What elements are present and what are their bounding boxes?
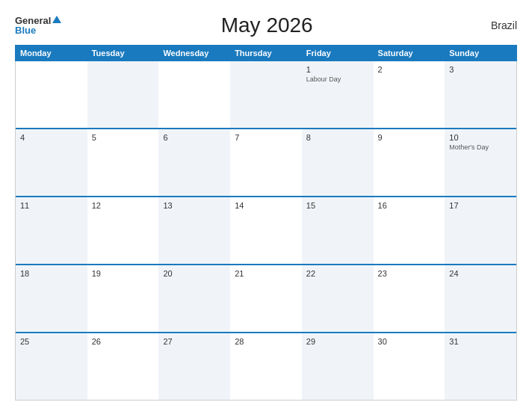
col-tuesday: Tuesday xyxy=(87,46,159,61)
calendar-header-row: Monday Tuesday Wednesday Thursday Friday… xyxy=(15,45,517,61)
day-24: 24 xyxy=(449,269,512,278)
day-27: 27 xyxy=(163,337,226,346)
week1-thu xyxy=(230,61,302,128)
day-8: 8 xyxy=(306,133,369,142)
calendar-page: General Blue May 2026 Brazil Monday Tues… xyxy=(0,0,532,411)
day-26: 26 xyxy=(92,337,155,346)
week2-sat: 9 xyxy=(374,129,445,196)
week3-wed: 13 xyxy=(158,197,230,264)
col-monday: Monday xyxy=(16,46,87,61)
calendar-title: May 2026 xyxy=(61,13,472,37)
day-5: 5 xyxy=(92,133,155,142)
week1-wed xyxy=(158,61,230,128)
week-3: 11 12 13 14 15 16 17 xyxy=(16,196,516,264)
logo: General Blue xyxy=(15,16,61,35)
calendar-body: 1 Labour Day 2 3 4 5 6 xyxy=(15,61,517,401)
day-1: 1 xyxy=(306,65,369,74)
day-12: 12 xyxy=(92,201,155,210)
week3-sun: 17 xyxy=(445,197,516,264)
week-1: 1 Labour Day 2 3 xyxy=(16,61,516,128)
logo-blue: Blue xyxy=(15,25,36,35)
col-thursday: Thursday xyxy=(230,46,302,61)
holiday-labour-day: Labour Day xyxy=(306,75,369,84)
week4-mon: 18 xyxy=(16,265,87,332)
calendar: Monday Tuesday Wednesday Thursday Friday… xyxy=(15,45,517,401)
week4-tue: 19 xyxy=(87,265,159,332)
day-20: 20 xyxy=(163,269,226,278)
day-31: 31 xyxy=(449,337,512,346)
week2-sun: 10 Mother's Day xyxy=(445,129,516,196)
day-2: 2 xyxy=(378,65,441,74)
week5-mon: 25 xyxy=(16,333,87,400)
week3-thu: 14 xyxy=(230,197,302,264)
week-4: 18 19 20 21 22 23 24 xyxy=(16,264,516,332)
col-friday: Friday xyxy=(302,46,374,61)
col-saturday: Saturday xyxy=(374,46,445,61)
holiday-mothers-day: Mother's Day xyxy=(449,143,512,152)
week1-sat: 2 xyxy=(374,61,445,128)
day-18: 18 xyxy=(20,269,83,278)
week-2: 4 5 6 7 8 9 10 Mother' xyxy=(16,128,516,196)
day-11: 11 xyxy=(20,201,83,210)
week4-wed: 20 xyxy=(158,265,230,332)
week1-fri: 1 Labour Day xyxy=(302,61,374,128)
day-6: 6 xyxy=(163,133,226,142)
day-14: 14 xyxy=(235,201,297,210)
day-23: 23 xyxy=(378,269,441,278)
day-15: 15 xyxy=(306,201,369,210)
day-30: 30 xyxy=(378,337,441,346)
week2-tue: 5 xyxy=(87,129,159,196)
week3-sat: 16 xyxy=(374,197,445,264)
day-25: 25 xyxy=(20,337,83,346)
week5-thu: 28 xyxy=(230,333,302,400)
day-17: 17 xyxy=(449,201,512,210)
col-wednesday: Wednesday xyxy=(158,46,230,61)
week5-wed: 27 xyxy=(158,333,230,400)
week4-fri: 22 xyxy=(302,265,374,332)
day-21: 21 xyxy=(235,269,297,278)
day-7: 7 xyxy=(235,133,297,142)
week2-mon: 4 xyxy=(16,129,87,196)
week2-wed: 6 xyxy=(158,129,230,196)
day-10: 10 xyxy=(449,133,512,142)
country-label: Brazil xyxy=(472,19,517,31)
header: General Blue May 2026 Brazil xyxy=(15,13,517,37)
week4-sun: 24 xyxy=(445,265,516,332)
week1-tue xyxy=(87,61,159,128)
day-4: 4 xyxy=(20,133,83,142)
day-29: 29 xyxy=(306,337,369,346)
week4-sat: 23 xyxy=(374,265,445,332)
day-3: 3 xyxy=(449,65,512,74)
logo-triangle-icon xyxy=(52,16,61,23)
week5-sun: 31 xyxy=(445,333,516,400)
week4-thu: 21 xyxy=(230,265,302,332)
week-5: 25 26 27 28 29 30 31 xyxy=(16,332,516,400)
week1-sun: 3 xyxy=(445,61,516,128)
week1-mon xyxy=(16,61,87,128)
week5-tue: 26 xyxy=(87,333,159,400)
day-28: 28 xyxy=(235,337,297,346)
day-22: 22 xyxy=(306,269,369,278)
day-19: 19 xyxy=(92,269,155,278)
week3-tue: 12 xyxy=(87,197,159,264)
week3-mon: 11 xyxy=(16,197,87,264)
col-sunday: Sunday xyxy=(445,46,516,61)
week5-sat: 30 xyxy=(374,333,445,400)
week2-fri: 8 xyxy=(302,129,374,196)
week3-fri: 15 xyxy=(302,197,374,264)
day-16: 16 xyxy=(378,201,441,210)
day-13: 13 xyxy=(163,201,226,210)
week2-thu: 7 xyxy=(230,129,302,196)
week5-fri: 29 xyxy=(302,333,374,400)
day-9: 9 xyxy=(378,133,441,142)
